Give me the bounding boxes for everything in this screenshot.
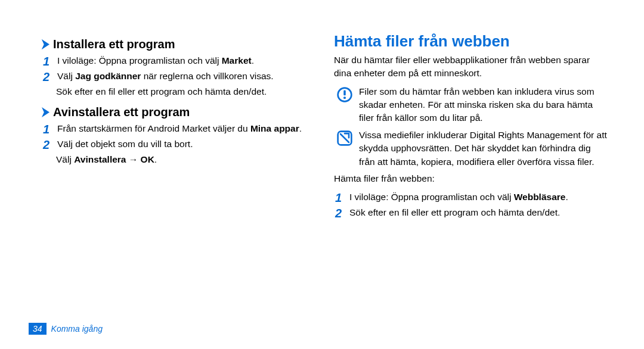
heading-uninstall: Avinstallera ett program [42, 105, 316, 119]
install-after-text: Sök efter en fil eller ett program och h… [56, 85, 316, 98]
step-body: Från startskärmen för Android Market väl… [57, 122, 316, 135]
download-intro: När du hämtar filer eller webbapplikatio… [334, 54, 608, 80]
step-body: I viloläge: Öppna programlistan och välj… [349, 191, 608, 204]
download-step-2: 2 Sök efter en fil eller ett program och… [334, 206, 608, 220]
heading-download: Hämta filer från webben [334, 33, 608, 50]
chevron-icon [42, 39, 49, 49]
page-footer: 34 Komma igång [29, 323, 103, 335]
note-text: Vissa mediefiler inkluderar Digital Righ… [355, 129, 608, 169]
page-number: 34 [29, 323, 47, 335]
heading-install: Installera ett program [42, 38, 316, 51]
download-step-1: 1 I viloläge: Öppna programlistan och vä… [334, 191, 608, 205]
step-body: Välj det objekt som du vill ta bort. [57, 138, 316, 151]
chevron-icon [42, 107, 49, 117]
step-number: 2 [334, 206, 349, 220]
warning-callout: Filer som du hämtar från webben kan inkl… [334, 85, 608, 125]
svg-marker-3 [42, 107, 49, 117]
left-column: Installera ett program 1 I viloläge: Öpp… [42, 33, 316, 349]
step-number: 1 [42, 54, 57, 68]
section-name: Komma igång [51, 324, 103, 334]
svg-point-6 [343, 96, 346, 99]
install-step-1: 1 I viloläge: Öppna programlistan och vä… [42, 54, 316, 68]
svg-line-8 [340, 134, 349, 142]
uninstall-after-text: Välj Avinstallera → OK. [56, 153, 316, 166]
uninstall-step-1: 1 Från startskärmen för Android Market v… [42, 122, 316, 136]
download-lead: Hämta filer från webben: [334, 172, 608, 185]
warning-icon [334, 85, 355, 103]
step-body: Sök efter en fil eller ett program och h… [349, 206, 608, 219]
step-body: Välj Jag godkänner när reglerna och vill… [57, 70, 316, 83]
install-step-2: 2 Välj Jag godkänner när reglerna och vi… [42, 70, 316, 84]
step-number: 1 [334, 191, 349, 205]
heading-install-text: Installera ett program [53, 38, 175, 51]
right-column: Hämta filer från webben När du hämtar fi… [334, 33, 608, 349]
svg-rect-5 [343, 90, 346, 95]
step-number: 2 [42, 138, 57, 152]
svg-marker-2 [42, 39, 49, 49]
page: Installera ett program 1 I viloläge: Öpp… [0, 0, 644, 349]
step-number: 1 [42, 122, 57, 136]
note-icon [334, 129, 355, 147]
step-number: 2 [42, 70, 57, 84]
step-body: I viloläge: Öppna programlistan och välj… [57, 54, 316, 67]
note-callout: Vissa mediefiler inkluderar Digital Righ… [334, 129, 608, 169]
uninstall-step-2: 2 Välj det objekt som du vill ta bort. [42, 138, 316, 152]
warning-text: Filer som du hämtar från webben kan inkl… [355, 85, 608, 125]
heading-uninstall-text: Avinstallera ett program [53, 105, 190, 119]
